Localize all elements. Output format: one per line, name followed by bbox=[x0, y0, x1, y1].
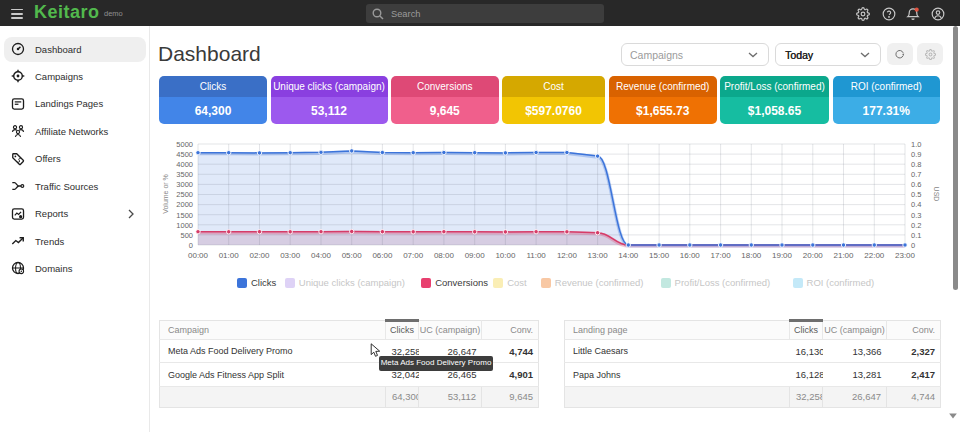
svg-text:0.2: 0.2 bbox=[911, 221, 921, 230]
svg-text:01:00: 01:00 bbox=[219, 251, 240, 260]
svg-text:0.3: 0.3 bbox=[911, 211, 921, 220]
svg-text:02:00: 02:00 bbox=[249, 251, 270, 260]
svg-text:22:00: 22:00 bbox=[864, 251, 885, 260]
svg-text:0: 0 bbox=[189, 241, 193, 250]
svg-text:08:00: 08:00 bbox=[434, 251, 455, 260]
svg-text:17:00: 17:00 bbox=[711, 251, 732, 260]
svg-text:0: 0 bbox=[911, 241, 915, 250]
svg-text:00:00: 00:00 bbox=[188, 251, 209, 260]
svg-text:15:00: 15:00 bbox=[649, 251, 670, 260]
svg-text:10:00: 10:00 bbox=[495, 251, 516, 260]
svg-text:20:00: 20:00 bbox=[803, 251, 824, 260]
svg-text:1500: 1500 bbox=[176, 211, 193, 220]
svg-text:Volume or %: Volume or % bbox=[162, 174, 169, 214]
svg-text:13:00: 13:00 bbox=[588, 251, 609, 260]
svg-text:09:00: 09:00 bbox=[465, 251, 486, 260]
svg-text:0.8: 0.8 bbox=[911, 160, 921, 169]
svg-text:21:00: 21:00 bbox=[833, 251, 854, 260]
svg-text:4000: 4000 bbox=[176, 160, 193, 169]
svg-text:5000: 5000 bbox=[176, 140, 193, 149]
svg-text:0.6: 0.6 bbox=[911, 180, 921, 189]
svg-text:05:00: 05:00 bbox=[342, 251, 363, 260]
svg-text:12:00: 12:00 bbox=[557, 251, 578, 260]
svg-text:14:00: 14:00 bbox=[618, 251, 639, 260]
svg-text:11:00: 11:00 bbox=[526, 251, 546, 260]
svg-text:4500: 4500 bbox=[176, 150, 193, 159]
svg-text:06:00: 06:00 bbox=[372, 251, 393, 260]
svg-text:04:00: 04:00 bbox=[311, 251, 332, 260]
svg-text:0.5: 0.5 bbox=[911, 190, 921, 199]
svg-text:2000: 2000 bbox=[176, 200, 193, 209]
svg-text:0.1: 0.1 bbox=[911, 231, 921, 240]
svg-text:3000: 3000 bbox=[176, 180, 193, 189]
svg-text:0.7: 0.7 bbox=[911, 170, 921, 179]
svg-text:18:00: 18:00 bbox=[741, 251, 762, 260]
svg-text:03:00: 03:00 bbox=[280, 251, 301, 260]
svg-text:0.4: 0.4 bbox=[911, 200, 921, 209]
svg-text:19:00: 19:00 bbox=[772, 251, 793, 260]
svg-text:3500: 3500 bbox=[176, 170, 193, 179]
svg-text:USD: USD bbox=[933, 187, 940, 202]
svg-text:0.9: 0.9 bbox=[911, 150, 921, 159]
svg-text:2500: 2500 bbox=[176, 190, 193, 199]
svg-text:1.0: 1.0 bbox=[911, 140, 921, 149]
svg-text:23:00: 23:00 bbox=[895, 251, 916, 260]
svg-text:500: 500 bbox=[180, 231, 193, 240]
svg-text:1000: 1000 bbox=[176, 221, 193, 230]
svg-text:07:00: 07:00 bbox=[403, 251, 424, 260]
svg-text:16:00: 16:00 bbox=[680, 251, 701, 260]
